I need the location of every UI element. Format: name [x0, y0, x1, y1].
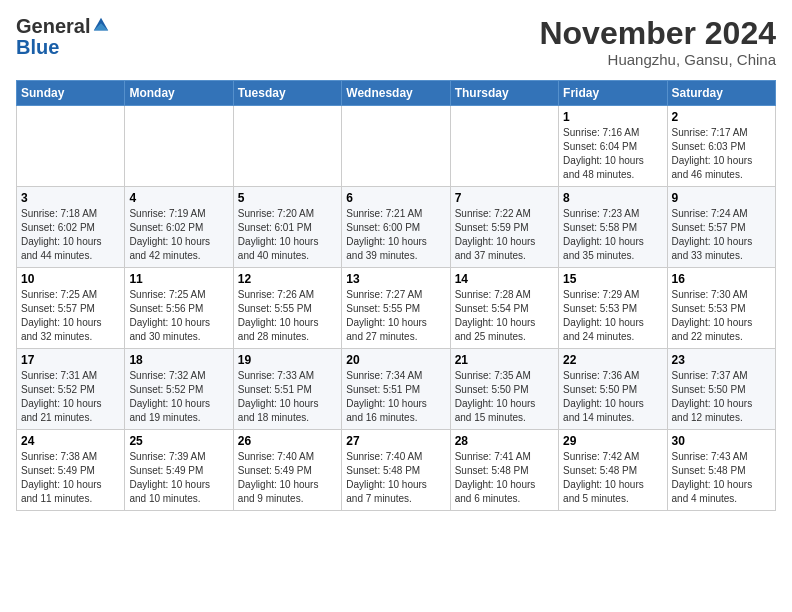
weekday-header: Monday	[125, 81, 233, 106]
day-number: 1	[563, 110, 662, 124]
day-number: 6	[346, 191, 445, 205]
calendar-cell: 14Sunrise: 7:28 AM Sunset: 5:54 PM Dayli…	[450, 268, 558, 349]
day-info: Sunrise: 7:27 AM Sunset: 5:55 PM Dayligh…	[346, 288, 445, 344]
calendar-cell	[125, 106, 233, 187]
weekday-header: Tuesday	[233, 81, 341, 106]
calendar-cell: 21Sunrise: 7:35 AM Sunset: 5:50 PM Dayli…	[450, 349, 558, 430]
day-info: Sunrise: 7:20 AM Sunset: 6:01 PM Dayligh…	[238, 207, 337, 263]
day-info: Sunrise: 7:28 AM Sunset: 5:54 PM Dayligh…	[455, 288, 554, 344]
title-block: November 2024 Huangzhu, Gansu, China	[539, 16, 776, 68]
day-number: 3	[21, 191, 120, 205]
day-number: 20	[346, 353, 445, 367]
day-info: Sunrise: 7:17 AM Sunset: 6:03 PM Dayligh…	[672, 126, 771, 182]
day-number: 22	[563, 353, 662, 367]
calendar-cell: 15Sunrise: 7:29 AM Sunset: 5:53 PM Dayli…	[559, 268, 667, 349]
day-info: Sunrise: 7:32 AM Sunset: 5:52 PM Dayligh…	[129, 369, 228, 425]
calendar-cell: 29Sunrise: 7:42 AM Sunset: 5:48 PM Dayli…	[559, 430, 667, 511]
calendar-week-row: 3Sunrise: 7:18 AM Sunset: 6:02 PM Daylig…	[17, 187, 776, 268]
calendar-week-row: 10Sunrise: 7:25 AM Sunset: 5:57 PM Dayli…	[17, 268, 776, 349]
calendar-cell: 8Sunrise: 7:23 AM Sunset: 5:58 PM Daylig…	[559, 187, 667, 268]
calendar-cell	[233, 106, 341, 187]
calendar-cell: 13Sunrise: 7:27 AM Sunset: 5:55 PM Dayli…	[342, 268, 450, 349]
day-info: Sunrise: 7:18 AM Sunset: 6:02 PM Dayligh…	[21, 207, 120, 263]
calendar-cell: 1Sunrise: 7:16 AM Sunset: 6:04 PM Daylig…	[559, 106, 667, 187]
day-number: 5	[238, 191, 337, 205]
day-number: 7	[455, 191, 554, 205]
calendar-cell: 2Sunrise: 7:17 AM Sunset: 6:03 PM Daylig…	[667, 106, 775, 187]
weekday-header: Saturday	[667, 81, 775, 106]
day-info: Sunrise: 7:21 AM Sunset: 6:00 PM Dayligh…	[346, 207, 445, 263]
day-number: 18	[129, 353, 228, 367]
day-info: Sunrise: 7:19 AM Sunset: 6:02 PM Dayligh…	[129, 207, 228, 263]
calendar-cell: 18Sunrise: 7:32 AM Sunset: 5:52 PM Dayli…	[125, 349, 233, 430]
logo-icon	[92, 16, 110, 34]
calendar-cell: 5Sunrise: 7:20 AM Sunset: 6:01 PM Daylig…	[233, 187, 341, 268]
day-info: Sunrise: 7:24 AM Sunset: 5:57 PM Dayligh…	[672, 207, 771, 263]
logo: General Blue	[16, 16, 110, 59]
weekday-header: Wednesday	[342, 81, 450, 106]
calendar-cell: 6Sunrise: 7:21 AM Sunset: 6:00 PM Daylig…	[342, 187, 450, 268]
day-number: 16	[672, 272, 771, 286]
day-number: 8	[563, 191, 662, 205]
calendar-cell: 26Sunrise: 7:40 AM Sunset: 5:49 PM Dayli…	[233, 430, 341, 511]
day-info: Sunrise: 7:34 AM Sunset: 5:51 PM Dayligh…	[346, 369, 445, 425]
calendar-header-row: SundayMondayTuesdayWednesdayThursdayFrid…	[17, 81, 776, 106]
day-info: Sunrise: 7:31 AM Sunset: 5:52 PM Dayligh…	[21, 369, 120, 425]
day-info: Sunrise: 7:40 AM Sunset: 5:48 PM Dayligh…	[346, 450, 445, 506]
calendar-cell: 17Sunrise: 7:31 AM Sunset: 5:52 PM Dayli…	[17, 349, 125, 430]
calendar-cell: 9Sunrise: 7:24 AM Sunset: 5:57 PM Daylig…	[667, 187, 775, 268]
day-number: 4	[129, 191, 228, 205]
calendar-cell: 3Sunrise: 7:18 AM Sunset: 6:02 PM Daylig…	[17, 187, 125, 268]
calendar-week-row: 17Sunrise: 7:31 AM Sunset: 5:52 PM Dayli…	[17, 349, 776, 430]
day-number: 17	[21, 353, 120, 367]
logo-general-text: General	[16, 16, 90, 36]
day-info: Sunrise: 7:30 AM Sunset: 5:53 PM Dayligh…	[672, 288, 771, 344]
day-number: 10	[21, 272, 120, 286]
calendar-cell: 25Sunrise: 7:39 AM Sunset: 5:49 PM Dayli…	[125, 430, 233, 511]
day-number: 21	[455, 353, 554, 367]
day-info: Sunrise: 7:36 AM Sunset: 5:50 PM Dayligh…	[563, 369, 662, 425]
calendar-cell: 4Sunrise: 7:19 AM Sunset: 6:02 PM Daylig…	[125, 187, 233, 268]
day-info: Sunrise: 7:41 AM Sunset: 5:48 PM Dayligh…	[455, 450, 554, 506]
day-number: 23	[672, 353, 771, 367]
day-number: 15	[563, 272, 662, 286]
day-number: 26	[238, 434, 337, 448]
day-number: 12	[238, 272, 337, 286]
calendar-week-row: 1Sunrise: 7:16 AM Sunset: 6:04 PM Daylig…	[17, 106, 776, 187]
day-number: 29	[563, 434, 662, 448]
calendar-cell: 30Sunrise: 7:43 AM Sunset: 5:48 PM Dayli…	[667, 430, 775, 511]
day-info: Sunrise: 7:25 AM Sunset: 5:57 PM Dayligh…	[21, 288, 120, 344]
calendar-cell: 28Sunrise: 7:41 AM Sunset: 5:48 PM Dayli…	[450, 430, 558, 511]
day-info: Sunrise: 7:25 AM Sunset: 5:56 PM Dayligh…	[129, 288, 228, 344]
day-number: 14	[455, 272, 554, 286]
calendar-cell: 20Sunrise: 7:34 AM Sunset: 5:51 PM Dayli…	[342, 349, 450, 430]
calendar-cell: 24Sunrise: 7:38 AM Sunset: 5:49 PM Dayli…	[17, 430, 125, 511]
calendar-cell: 11Sunrise: 7:25 AM Sunset: 5:56 PM Dayli…	[125, 268, 233, 349]
day-number: 25	[129, 434, 228, 448]
day-number: 13	[346, 272, 445, 286]
month-title: November 2024	[539, 16, 776, 51]
calendar-cell: 7Sunrise: 7:22 AM Sunset: 5:59 PM Daylig…	[450, 187, 558, 268]
day-info: Sunrise: 7:43 AM Sunset: 5:48 PM Dayligh…	[672, 450, 771, 506]
page-header: General Blue November 2024 Huangzhu, Gan…	[16, 16, 776, 68]
day-number: 24	[21, 434, 120, 448]
day-number: 27	[346, 434, 445, 448]
day-info: Sunrise: 7:38 AM Sunset: 5:49 PM Dayligh…	[21, 450, 120, 506]
location-text: Huangzhu, Gansu, China	[539, 51, 776, 68]
day-info: Sunrise: 7:26 AM Sunset: 5:55 PM Dayligh…	[238, 288, 337, 344]
day-number: 2	[672, 110, 771, 124]
calendar-cell: 10Sunrise: 7:25 AM Sunset: 5:57 PM Dayli…	[17, 268, 125, 349]
day-info: Sunrise: 7:16 AM Sunset: 6:04 PM Dayligh…	[563, 126, 662, 182]
calendar-cell	[342, 106, 450, 187]
day-number: 30	[672, 434, 771, 448]
day-number: 9	[672, 191, 771, 205]
calendar-cell	[450, 106, 558, 187]
day-info: Sunrise: 7:23 AM Sunset: 5:58 PM Dayligh…	[563, 207, 662, 263]
day-number: 19	[238, 353, 337, 367]
day-info: Sunrise: 7:35 AM Sunset: 5:50 PM Dayligh…	[455, 369, 554, 425]
calendar-cell: 19Sunrise: 7:33 AM Sunset: 5:51 PM Dayli…	[233, 349, 341, 430]
day-info: Sunrise: 7:33 AM Sunset: 5:51 PM Dayligh…	[238, 369, 337, 425]
day-number: 28	[455, 434, 554, 448]
day-info: Sunrise: 7:39 AM Sunset: 5:49 PM Dayligh…	[129, 450, 228, 506]
logo-blue-text: Blue	[16, 36, 59, 59]
